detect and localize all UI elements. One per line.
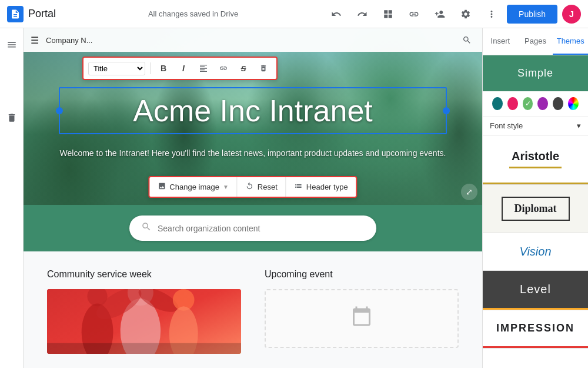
theme-color-palette — [483, 91, 588, 116]
reset-button[interactable]: Reset — [238, 177, 286, 197]
theme-diplomat-label: Diplomat — [514, 203, 557, 215]
header-section[interactable]: ☰ Company N... Title Heading 1 Heading 2… — [24, 28, 482, 205]
event-col: Upcoming event — [265, 269, 459, 354]
delete-element-button[interactable] — [255, 60, 272, 77]
community-title: Community service week — [47, 269, 241, 280]
hamburger-menu[interactable] — [2, 35, 21, 54]
search-bar[interactable] — [129, 216, 376, 241]
font-style-chevron: ▾ — [577, 121, 581, 130]
community-image — [47, 289, 241, 354]
font-style-label: Font style — [490, 121, 523, 130]
settings-button[interactable] — [455, 4, 476, 25]
themes-list: Simple Font style ▾ Aristotl — [483, 55, 588, 368]
more-options-button[interactable] — [481, 4, 502, 25]
aristotle-underline — [509, 167, 561, 168]
bold-button[interactable]: B — [155, 60, 172, 77]
calendar-icon — [351, 306, 372, 331]
theme-impression[interactable]: IMPRESSION — [483, 310, 588, 349]
undo-button[interactable] — [326, 4, 347, 25]
italic-button[interactable]: I — [175, 60, 192, 77]
header-type-button[interactable]: Header type — [286, 177, 356, 197]
status-text: All changes saved in Drive — [65, 9, 321, 18]
title-resize-handle-left[interactable] — [56, 107, 63, 114]
site-search-button[interactable] — [459, 32, 475, 48]
tab-pages[interactable]: Pages — [518, 28, 553, 55]
format-select[interactable]: Title Heading 1 Heading 2 Normal text — [88, 62, 145, 75]
main-area: ☰ Company N... Title Heading 1 Heading 2… — [0, 28, 588, 368]
tab-themes[interactable]: Themes — [553, 28, 588, 55]
theme-aristotle[interactable]: Aristotle — [483, 135, 588, 185]
tab-insert[interactable]: Insert — [483, 28, 518, 55]
theme-diplomat[interactable]: Diplomat — [483, 185, 588, 233]
event-image-placeholder — [265, 289, 459, 348]
redo-button[interactable] — [352, 4, 373, 25]
topbar: Portal All changes saved in Drive Publis… — [0, 0, 588, 28]
event-title: Upcoming event — [265, 269, 459, 280]
title-format-toolbar: Title Heading 1 Heading 2 Normal text B … — [82, 57, 278, 80]
header-bottom-toolbar: Change image ▼ Reset Header type — [148, 176, 357, 198]
canvas: ☰ Company N... Title Heading 1 Heading 2… — [24, 28, 482, 368]
reset-label: Reset — [258, 183, 278, 191]
font-style-row[interactable]: Font style ▾ — [483, 116, 588, 135]
diplomat-box: Diplomat — [502, 197, 570, 221]
color-purple[interactable] — [537, 97, 548, 110]
color-dark[interactable] — [553, 97, 563, 110]
topbar-toolbar — [326, 4, 502, 25]
delete-section-button[interactable] — [2, 108, 21, 127]
site-subtitle: Welcome to the Intranet! Here you'll fin… — [24, 148, 482, 158]
content-columns: Community service week — [47, 269, 459, 354]
site-title[interactable]: Acme Inc Intranet — [72, 93, 434, 128]
search-icon — [141, 221, 152, 235]
publish-button[interactable]: Publish — [507, 5, 557, 24]
theme-simple[interactable]: Simple Font style ▾ — [483, 55, 588, 135]
header-type-label: Header type — [306, 183, 348, 191]
avatar[interactable]: J — [562, 5, 581, 24]
theme-simple-label: Simple — [495, 67, 576, 79]
link-format-button[interactable] — [215, 60, 232, 77]
change-image-button[interactable]: Change image ▼ — [149, 177, 237, 197]
color-green[interactable] — [523, 97, 533, 110]
search-input[interactable] — [158, 224, 365, 233]
align-button[interactable] — [195, 60, 212, 77]
svg-rect-9 — [47, 343, 241, 354]
community-col: Community service week — [47, 269, 241, 354]
color-teal[interactable] — [492, 97, 503, 110]
reset-icon — [246, 182, 254, 192]
change-image-arrow: ▼ — [223, 184, 229, 190]
site-nav-hamburger[interactable]: ☰ — [31, 35, 39, 46]
theme-aristotle-label: Aristotle — [492, 150, 579, 163]
add-user-button[interactable] — [429, 4, 450, 25]
right-sidebar: Insert Pages Themes Simple Font — [482, 28, 588, 368]
toolbar-separator — [150, 62, 151, 74]
content-area: Community service week — [24, 251, 482, 368]
change-image-label: Change image — [169, 183, 219, 191]
theme-level-label: Level — [492, 283, 579, 296]
app-title: Portal — [28, 8, 56, 20]
theme-level[interactable]: Level — [483, 271, 588, 310]
layout-button[interactable] — [377, 4, 399, 25]
strikethrough-button[interactable]: S — [235, 60, 252, 77]
site-title-container[interactable]: Acme Inc Intranet — [59, 87, 447, 134]
header-type-icon — [295, 182, 303, 192]
title-resize-handle-right[interactable] — [443, 107, 450, 114]
theme-impression-label: IMPRESSION — [492, 322, 579, 334]
color-pink[interactable] — [507, 97, 518, 110]
link-button[interactable] — [403, 4, 425, 25]
site-name: Company N... — [46, 36, 92, 45]
expand-icon[interactable]: ⤢ — [461, 184, 477, 200]
color-custom[interactable] — [568, 97, 579, 110]
theme-vision-label: Vision — [492, 245, 579, 258]
sidebar-tabs: Insert Pages Themes — [483, 28, 588, 55]
theme-vision[interactable]: Vision — [483, 233, 588, 271]
site-nav: ☰ Company N... — [24, 28, 482, 52]
image-icon — [158, 182, 166, 192]
left-sidebar — [0, 28, 24, 368]
search-section — [24, 205, 482, 251]
app-icon — [7, 6, 24, 22]
